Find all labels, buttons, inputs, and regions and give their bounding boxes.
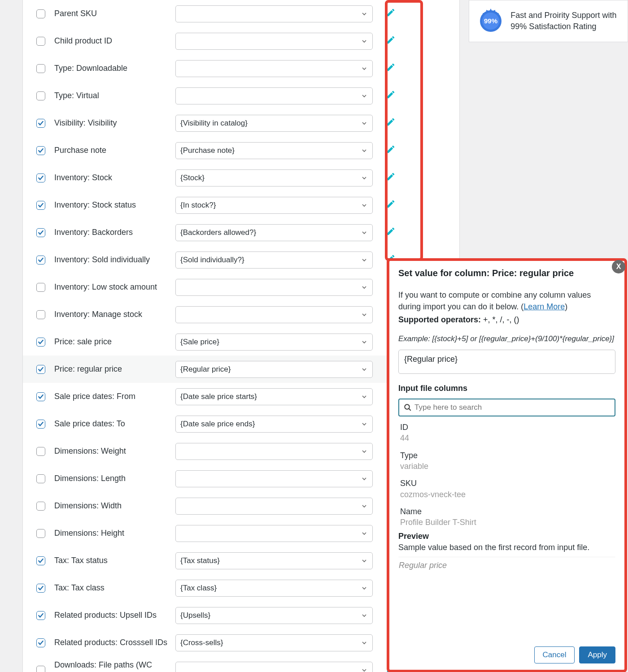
row-checkbox[interactable] <box>36 474 45 483</box>
row-checkbox[interactable] <box>36 666 45 672</box>
row-select[interactable] <box>175 306 373 323</box>
row-checkbox[interactable] <box>36 338 45 347</box>
row-select[interactable] <box>175 525 373 542</box>
search-input[interactable] <box>414 403 610 412</box>
row-checkbox[interactable] <box>36 146 45 155</box>
column-sample-value: variable <box>400 461 613 472</box>
row-select-value: {Cross-sells} <box>180 638 223 647</box>
row-select[interactable]: {Visibility in catalog} <box>175 115 373 132</box>
column-sample-value: Profile Builder T-Shirt <box>400 517 613 527</box>
list-item[interactable]: SKUcozmos-vneck-tee <box>398 478 613 500</box>
row-select[interactable] <box>175 60 373 77</box>
row-label: Inventory: Backorders <box>54 227 175 238</box>
apply-button[interactable]: Apply <box>579 646 615 663</box>
row-select[interactable] <box>175 662 373 672</box>
row-checkbox[interactable] <box>36 584 45 593</box>
row-checkbox[interactable] <box>36 37 45 46</box>
row-checkbox[interactable] <box>36 173 45 182</box>
row-select[interactable] <box>175 498 373 515</box>
satisfaction-badge-icon: 99% <box>477 8 504 35</box>
row-checkbox[interactable] <box>36 91 45 100</box>
row-select-value: {Backorders allowed?} <box>180 228 256 237</box>
row-checkbox[interactable] <box>36 256 45 264</box>
mapping-row: Parent SKU <box>23 0 459 27</box>
pencil-icon[interactable] <box>386 144 396 156</box>
mapping-row: Visibility: Visibility{Visibility in cat… <box>23 109 459 137</box>
preview-subtext: Sample value based on the first record f… <box>398 543 615 552</box>
row-checkbox[interactable] <box>36 447 45 456</box>
pencil-icon[interactable] <box>386 117 396 129</box>
row-select[interactable]: {Stock} <box>175 169 373 186</box>
row-checkbox[interactable] <box>36 283 45 292</box>
column-sample-value: cozmos-vneck-tee <box>400 489 613 500</box>
row-checkbox[interactable] <box>36 365 45 374</box>
svg-line-4 <box>409 409 411 411</box>
row-label: Inventory: Low stock amount <box>54 282 175 292</box>
pencil-icon[interactable] <box>386 35 396 47</box>
row-select[interactable]: {Sold individually?} <box>175 251 373 269</box>
row-select[interactable]: {Upsells} <box>175 607 373 624</box>
pencil-icon[interactable] <box>386 226 396 238</box>
row-select[interactable] <box>175 5 373 22</box>
row-select[interactable]: {Tax class} <box>175 580 373 597</box>
row-checkbox[interactable] <box>36 9 45 18</box>
row-checkbox[interactable] <box>36 638 45 647</box>
supported-ops: +, *, /, -, () <box>481 315 519 324</box>
row-select[interactable]: {Cross-sells} <box>175 634 373 651</box>
row-select-value: {In stock?} <box>180 201 216 210</box>
list-item[interactable]: NameProfile Builder T-Shirt <box>398 506 613 527</box>
row-select[interactable]: {Purchase note} <box>175 142 373 159</box>
learn-more-link[interactable]: Learn More <box>523 302 565 311</box>
row-checkbox[interactable] <box>36 502 45 511</box>
pencil-icon[interactable] <box>386 62 396 74</box>
row-select-value: {Date sale price ends} <box>180 420 255 429</box>
list-item[interactable]: Typevariable <box>398 450 613 472</box>
row-select[interactable]: {Backorders allowed?} <box>175 224 373 241</box>
mapping-row: Type: Downloadable <box>23 55 459 82</box>
cancel-button[interactable]: Cancel <box>534 646 575 663</box>
list-item[interactable]: ID44 <box>398 422 613 444</box>
row-label: Price: regular price <box>54 364 175 374</box>
row-checkbox[interactable] <box>36 201 45 210</box>
pencil-icon[interactable] <box>386 90 396 102</box>
row-label: Tax: Tax class <box>54 583 175 593</box>
search-input-wrap[interactable] <box>398 399 615 416</box>
supported-label: Supported operators: <box>398 315 481 324</box>
close-icon[interactable]: X <box>612 260 625 273</box>
row-label: Inventory: Sold individually <box>54 255 175 265</box>
row-label: Dimensions: Height <box>54 528 175 538</box>
mapping-row: Inventory: Stock{Stock} <box>23 164 459 191</box>
row-checkbox[interactable] <box>36 64 45 73</box>
promo-box: 99% Fast and Proirity Support with 99% S… <box>469 0 628 42</box>
row-select[interactable]: {In stock?} <box>175 197 373 214</box>
row-select[interactable]: {Date sale price ends} <box>175 416 373 433</box>
expression-input[interactable]: {Regular price} <box>398 350 615 374</box>
row-select[interactable] <box>175 87 373 104</box>
row-checkbox[interactable] <box>36 529 45 538</box>
row-checkbox[interactable] <box>36 228 45 237</box>
row-checkbox[interactable] <box>36 556 45 565</box>
row-checkbox[interactable] <box>36 119 45 128</box>
row-select[interactable] <box>175 443 373 460</box>
row-select[interactable]: {Sale price} <box>175 334 373 351</box>
pencil-icon[interactable] <box>386 8 396 20</box>
pencil-icon[interactable] <box>386 199 396 211</box>
row-select[interactable] <box>175 470 373 487</box>
pencil-icon[interactable] <box>386 172 396 184</box>
row-select[interactable]: {Regular price} <box>175 361 373 378</box>
row-checkbox[interactable] <box>36 611 45 620</box>
row-checkbox[interactable] <box>36 310 45 319</box>
row-checkbox[interactable] <box>36 392 45 401</box>
modal-description: If you want to compute or combine any co… <box>398 289 615 312</box>
promo-text: Fast and Proirity Support with 99% Satis… <box>510 10 619 32</box>
row-select[interactable]: {Tax status} <box>175 552 373 569</box>
row-label: Purchase note <box>54 145 175 156</box>
row-select[interactable] <box>175 33 373 50</box>
modal-title: Set value for column: Price: regular pri… <box>398 267 615 278</box>
row-select[interactable] <box>175 279 373 296</box>
row-checkbox[interactable] <box>36 420 45 429</box>
input-columns-list[interactable]: ID44TypevariableSKUcozmos-vneck-teeNameP… <box>398 422 615 527</box>
row-label: Downloads: File paths (WC 2.0.x) <box>54 660 175 672</box>
preview-heading: Preview <box>398 532 615 541</box>
row-select[interactable]: {Date sale price starts} <box>175 388 373 405</box>
